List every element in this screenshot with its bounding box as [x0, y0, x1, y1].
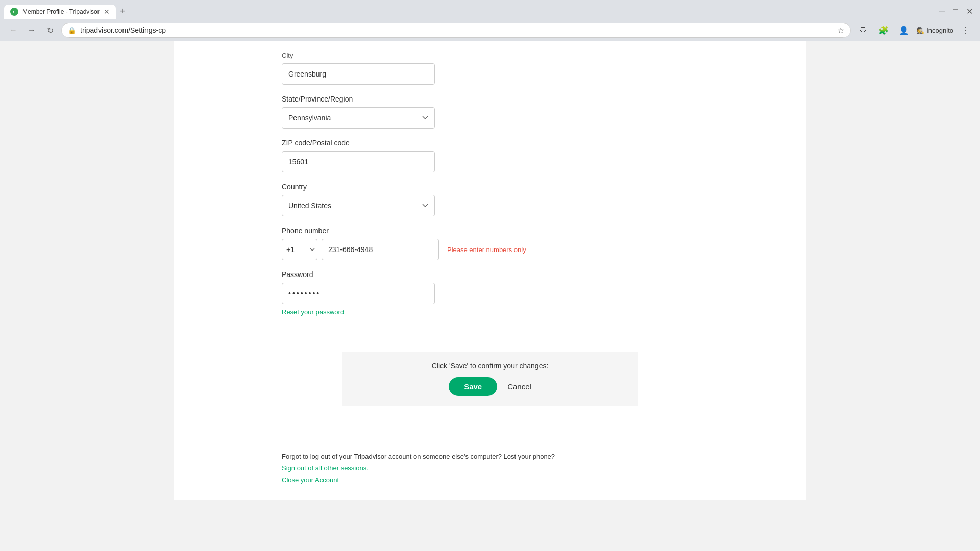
- phone-label: Phone number: [282, 227, 698, 235]
- shield-icon[interactable]: 🛡: [855, 22, 871, 38]
- profile-icon[interactable]: 👤: [896, 22, 912, 38]
- phone-prefix-select[interactable]: +1: [282, 239, 317, 260]
- reset-password-link[interactable]: Reset your password: [282, 308, 698, 316]
- browser-tab[interactable]: t Member Profile - Tripadvisor ✕: [4, 5, 116, 19]
- password-field-group: Password Reset your password: [282, 270, 698, 316]
- city-label: City: [282, 52, 698, 59]
- zip-label: ZIP code/Postal code: [282, 139, 698, 147]
- save-confirm-text: Click 'Save' to confirm your changes:: [352, 362, 628, 370]
- phone-field-group: Phone number +1 Please enter numbers onl…: [282, 227, 698, 260]
- close-button[interactable]: ✕: [963, 6, 976, 17]
- browser-chrome: t Member Profile - Tripadvisor ✕ + ─ □ ✕…: [0, 0, 980, 41]
- state-label: State/Province/Region: [282, 95, 698, 103]
- country-select[interactable]: United States: [282, 195, 435, 216]
- state-field-group: State/Province/Region Pennsylvania: [282, 95, 698, 129]
- save-section: Click 'Save' to confirm your changes: Sa…: [342, 352, 638, 406]
- phone-error-message: Please enter numbers only: [447, 246, 526, 254]
- address-bar[interactable]: 🔒 tripadvisor.com/Settings-cp ☆: [61, 23, 851, 38]
- section-divider: [174, 442, 806, 442]
- city-input[interactable]: [282, 63, 435, 85]
- tab-close-button[interactable]: ✕: [104, 8, 110, 16]
- city-field-group: City: [282, 52, 698, 85]
- tab-title: Member Profile - Tripadvisor: [22, 8, 100, 15]
- zip-input[interactable]: [282, 151, 435, 172]
- country-field-group: Country United States: [282, 183, 698, 216]
- lock-icon: 🔒: [68, 27, 76, 34]
- phone-field-wrapper: +1 Please enter numbers only: [282, 239, 698, 260]
- maximize-button[interactable]: □: [950, 6, 961, 17]
- phone-number-input[interactable]: [322, 239, 439, 260]
- svg-text:t: t: [13, 10, 14, 14]
- forward-button[interactable]: →: [24, 23, 39, 37]
- page-content: City State/Province/Region Pennsylvania …: [174, 41, 806, 500]
- back-button[interactable]: ←: [6, 23, 20, 37]
- new-tab-button[interactable]: +: [116, 4, 130, 19]
- sign-out-link[interactable]: Sign out of all other sessions.: [282, 464, 698, 472]
- minimize-button[interactable]: ─: [936, 6, 948, 17]
- forgot-text: Forgot to log out of your Tripadvisor ac…: [282, 453, 698, 460]
- favicon: t: [10, 8, 18, 16]
- password-label: Password: [282, 270, 698, 279]
- svg-point-0: [11, 9, 17, 15]
- incognito-label: Incognito: [926, 27, 953, 34]
- menu-icon[interactable]: ⋮: [958, 22, 974, 38]
- reload-button[interactable]: ↻: [43, 23, 57, 37]
- close-account-link[interactable]: Close your Account: [282, 476, 698, 484]
- browser-right-controls: 🛡 🧩 👤 🕵 Incognito ⋮: [855, 22, 974, 38]
- state-select[interactable]: Pennsylvania: [282, 107, 435, 129]
- incognito-badge: 🕵 Incognito: [916, 27, 953, 34]
- country-label: Country: [282, 183, 698, 191]
- window-controls: ─ □ ✕: [936, 6, 976, 17]
- extensions-icon[interactable]: 🧩: [875, 22, 892, 38]
- bookmark-icon[interactable]: ☆: [837, 26, 844, 35]
- incognito-icon: 🕵: [916, 27, 924, 34]
- save-buttons: Save Cancel: [352, 377, 628, 396]
- zip-field-group: ZIP code/Postal code: [282, 139, 698, 172]
- url-display: tripadvisor.com/Settings-cp: [80, 26, 833, 34]
- password-input[interactable]: [282, 283, 435, 304]
- form-section: City State/Province/Region Pennsylvania …: [174, 52, 806, 316]
- save-button[interactable]: Save: [449, 377, 497, 396]
- cancel-button[interactable]: Cancel: [507, 382, 531, 391]
- bottom-section: Forgot to log out of your Tripadvisor ac…: [174, 453, 806, 484]
- save-section-wrapper: Click 'Save' to confirm your changes: Sa…: [174, 326, 806, 432]
